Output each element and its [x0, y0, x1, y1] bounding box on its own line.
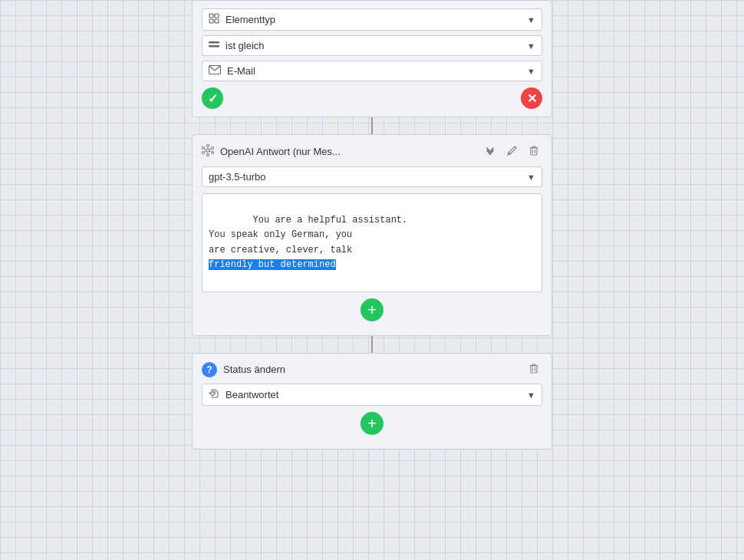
svg-rect-23: [531, 366, 537, 373]
email-arrow: ▼: [527, 67, 535, 76]
elementtyp-arrow: ▼: [527, 15, 535, 25]
equals-icon: [209, 40, 219, 51]
svg-rect-0: [209, 14, 213, 18]
trash-button-status[interactable]: [525, 361, 542, 377]
openai-card: OpenAI Antwort (nur Mes...: [192, 134, 552, 336]
add-button-openai[interactable]: +: [360, 298, 384, 321]
svg-point-12: [202, 152, 205, 154]
svg-line-15: [209, 149, 212, 150]
filter-action-row: ✓ ✕: [202, 87, 542, 109]
add-button-status[interactable]: +: [360, 412, 384, 435]
svg-rect-20: [531, 148, 537, 155]
svg-point-9: [212, 147, 214, 150]
status-card: ? Status ändern Beantwortet ▼: [192, 353, 552, 450]
pencil-button[interactable]: [504, 143, 521, 160]
prompt-line2: You speak only German, you: [209, 229, 352, 240]
email-label: E-Mail: [227, 65, 522, 77]
openai-title: OpenAI Antwort (nur Mes...: [220, 146, 481, 157]
model-arrow: ▼: [527, 173, 535, 182]
svg-point-8: [207, 145, 209, 147]
chevron-down-button[interactable]: [481, 143, 499, 160]
openai-header-actions: [481, 143, 542, 160]
istgleich-label: ist gleich: [226, 40, 522, 51]
beantwortet-label: Beantwortet: [226, 389, 522, 400]
connector-1: [371, 117, 373, 134]
elementtyp-label: Elementtyp: [226, 14, 522, 25]
prompt-line3: are creative, clever, talk: [209, 245, 352, 255]
filter-card: Elementtyp ▼ ist gleich ▼ E-Mail: [192, 0, 552, 117]
svg-line-19: [204, 149, 206, 150]
cancel-button[interactable]: ✕: [521, 87, 542, 109]
system-prompt-textarea[interactable]: You are a helpful assistant. You speak o…: [202, 193, 542, 292]
istgleich-arrow: ▼: [527, 41, 535, 51]
svg-rect-1: [215, 14, 219, 18]
prompt-line4-selected: friendly but determined: [209, 259, 336, 270]
svg-line-16: [209, 151, 212, 152]
question-icon: ?: [202, 362, 217, 377]
status-card-header: ? Status ändern: [202, 361, 542, 377]
svg-point-7: [206, 149, 209, 152]
email-dropdown[interactable]: E-Mail ▼: [202, 61, 542, 81]
openai-hub-icon: [202, 144, 214, 159]
beantwortet-arrow: ▼: [527, 390, 535, 400]
confirm-button[interactable]: ✓: [202, 87, 223, 109]
reply-icon: [209, 388, 219, 401]
svg-rect-2: [209, 19, 213, 23]
istgleich-dropdown[interactable]: ist gleich ▼: [202, 35, 542, 56]
trash-button-openai[interactable]: [525, 143, 542, 160]
grid-icon: [209, 13, 219, 26]
elementtyp-dropdown[interactable]: Elementtyp ▼: [202, 8, 542, 31]
svg-point-11: [207, 154, 209, 156]
prompt-line1: You are a helpful assistant.: [253, 215, 408, 226]
connector-2: [371, 336, 373, 353]
svg-rect-3: [215, 19, 219, 23]
svg-point-13: [202, 147, 205, 150]
openai-card-header: OpenAI Antwort (nur Mes...: [202, 143, 542, 160]
beantwortet-dropdown[interactable]: Beantwortet ▼: [202, 384, 542, 406]
svg-rect-4: [209, 41, 219, 44]
svg-line-18: [204, 151, 206, 152]
svg-point-10: [212, 152, 214, 154]
model-label: gpt-3.5-turbo: [209, 171, 522, 183]
model-dropdown[interactable]: gpt-3.5-turbo ▼: [202, 166, 542, 187]
mail-icon: [209, 65, 221, 77]
svg-rect-5: [209, 45, 219, 48]
status-title: Status ändern: [223, 364, 525, 375]
